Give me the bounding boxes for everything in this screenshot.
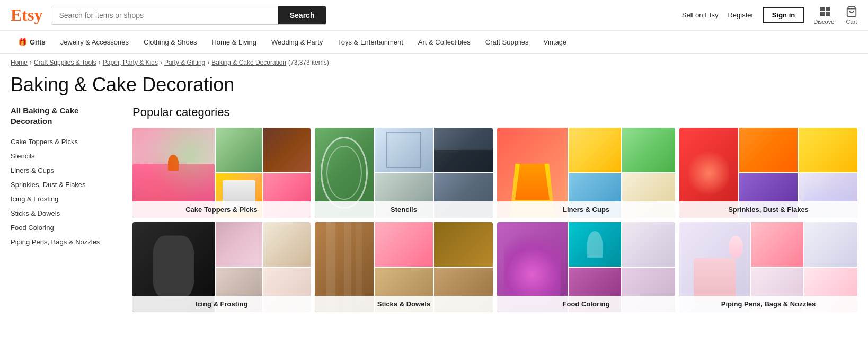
nav-item-toys[interactable]: Toys & Entertainment [330,31,411,53]
sprinkles-img-2 [739,128,798,172]
sidebar: All Baking & Cake Decoration Cake Topper… [11,105,117,312]
sidebar-item-liners-cups[interactable]: Liners & Cups [11,163,117,178]
nav-item-jewelry[interactable]: Jewelry & Accessories [53,31,136,53]
category-card-cake-toppers[interactable]: Cake Toppers & Picks [132,128,311,218]
breadcrumb-craft-supplies[interactable]: Craft Supplies & Tools [34,59,96,66]
category-card-sprinkles[interactable]: Sprinkles, Dust & Flakes [679,128,857,218]
page-title: Baking & Cake Decoration [0,72,868,105]
liners-img-3 [622,128,675,172]
search-input[interactable] [51,6,278,24]
sidebar-item-piping[interactable]: Piping Pens, Bags & Nozzles [11,235,117,249]
nav-item-craft[interactable]: Craft Supplies [478,31,536,53]
sidebar-item-stencils[interactable]: Stencils [11,149,117,163]
sprinkles-label: Sprinkles, Dust & Flakes [679,201,857,218]
cart-icon [846,6,857,17]
category-card-piping[interactable]: Piping Pens, Bags & Nozzles [679,222,857,312]
category-card-sticks[interactable]: Sticks & Dowels [315,222,493,312]
breadcrumb: Home › Craft Supplies & Tools › Paper, P… [0,54,868,72]
breadcrumb-home[interactable]: Home [11,59,28,66]
categories-grid-row1: Cake Toppers & Picks [132,128,857,218]
nav-item-home-living[interactable]: Home & Living [204,31,264,53]
categories-grid-row2: Icing & Frosting Sticks & Dowels [132,222,857,312]
search-button[interactable]: Search [278,6,326,24]
category-card-icing[interactable]: Icing & Frosting [132,222,311,312]
nav-item-vintage[interactable]: Vintage [536,31,574,53]
breadcrumb-count: (73,373 items) [288,59,329,66]
stencils-label: Stencils [315,201,493,218]
piping-label: Piping Pens, Bags & Nozzles [679,296,857,312]
piping-img-2 [751,222,804,267]
category-card-stencils[interactable]: Stencils [315,128,493,218]
sticks-img-2 [375,222,433,267]
stencils-img-3 [434,128,493,172]
gift-icon: 🎁 [18,38,27,46]
sidebar-item-cake-toppers[interactable]: Cake Toppers & Picks [11,135,117,149]
discover-icon-group[interactable]: Discover [813,6,836,25]
sign-in-button[interactable]: Sign in [763,7,804,23]
svg-rect-0 [820,7,825,11]
nav-item-gifts[interactable]: 🎁 Gifts [11,31,53,53]
cart-icon-group[interactable]: Cart [846,6,857,25]
header-actions: Sell on Etsy Register Sign in Discover C… [682,6,857,25]
main-content: All Baking & Cake Decoration Cake Topper… [0,105,868,328]
food-color-img-3 [622,222,675,267]
sell-on-etsy-link[interactable]: Sell on Etsy [682,11,719,19]
section-title: Popular categories [132,105,857,119]
category-card-liners[interactable]: Liners & Cups [497,128,675,218]
nav-item-wedding[interactable]: Wedding & Party [264,31,330,53]
cart-label: Cart [846,19,857,25]
cake-toppers-label: Cake Toppers & Picks [132,201,311,218]
sticks-img-3 [434,222,493,267]
stencils-img-2 [375,128,433,172]
breadcrumb-party-gifting[interactable]: Party & Gifting [164,59,205,66]
svg-rect-3 [826,12,830,16]
sidebar-all-title[interactable]: All Baking & Cake Decoration [11,105,117,126]
search-bar: Search [51,6,326,25]
header: Etsy Search Sell on Etsy Register Sign i… [0,0,868,31]
svg-rect-2 [820,12,825,16]
breadcrumb-paper-party[interactable]: Paper, Party & Kids [103,59,158,66]
nav-item-clothing[interactable]: Clothing & Shoes [136,31,204,53]
sticks-label: Sticks & Dowels [315,296,493,312]
icing-img-2 [216,222,263,267]
food-coloring-label: Food Coloring [497,296,675,312]
register-link[interactable]: Register [728,11,753,19]
food-color-img-2 [569,222,622,267]
liners-label: Liners & Cups [497,201,675,218]
breadcrumb-baking[interactable]: Baking & Cake Decoration [211,59,286,66]
liners-img-2 [569,128,622,172]
sidebar-item-food-coloring[interactable]: Food Coloring [11,220,117,235]
main-nav: 🎁 Gifts Jewelry & Accessories Clothing &… [0,31,868,54]
piping-img-3 [804,222,857,267]
nav-item-art[interactable]: Art & Collectibles [411,31,478,53]
cake-toppers-img-3 [263,128,311,172]
svg-rect-1 [826,7,830,11]
sidebar-item-sticks[interactable]: Sticks & Dowels [11,206,117,220]
icing-img-3 [263,222,311,267]
discover-label: Discover [813,19,836,25]
grid-icon [819,6,831,17]
sidebar-item-sprinkles[interactable]: Sprinkles, Dust & Flakes [11,178,117,192]
cake-toppers-img-2 [216,128,263,172]
categories-section: Popular categories [132,105,857,312]
etsy-logo[interactable]: Etsy [11,5,42,25]
icing-label: Icing & Frosting [132,296,311,312]
sprinkles-img-3 [799,128,857,172]
sidebar-item-icing[interactable]: Icing & Frosting [11,192,117,206]
category-card-food-coloring[interactable]: Food Coloring [497,222,675,312]
